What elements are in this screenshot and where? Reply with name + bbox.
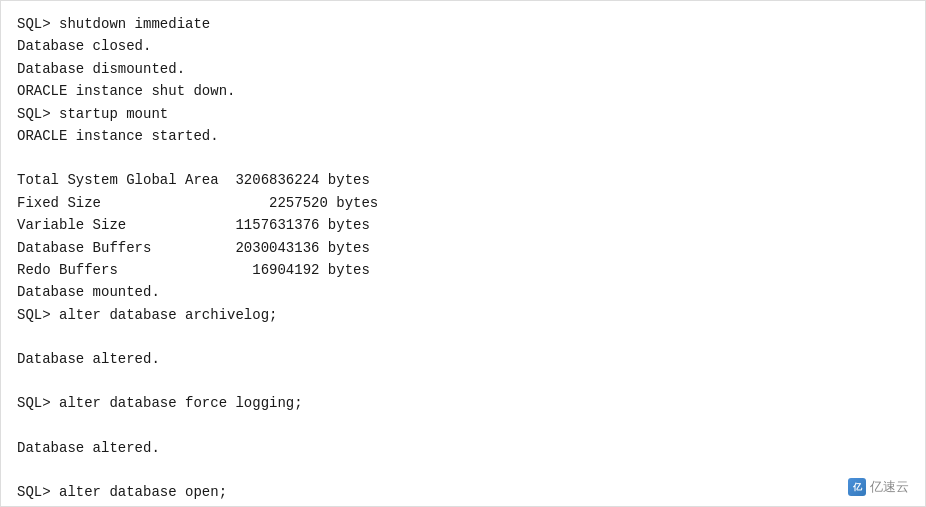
watermark: 亿 亿速云 <box>848 478 909 496</box>
terminal-line: SQL> startup mount <box>17 103 909 125</box>
terminal-line: SQL> alter database archivelog; <box>17 304 909 326</box>
terminal-line-empty <box>17 415 909 437</box>
terminal-container: SQL> shutdown immediate Database closed.… <box>0 0 926 507</box>
terminal-line-empty <box>17 370 909 392</box>
terminal-line-empty <box>17 504 909 506</box>
watermark-icon: 亿 <box>848 478 866 496</box>
terminal-line: Variable Size 1157631376 bytes <box>17 214 909 236</box>
terminal-line: Redo Buffers 16904192 bytes <box>17 259 909 281</box>
terminal-line: Database Buffers 2030043136 bytes <box>17 237 909 259</box>
terminal-line-empty <box>17 326 909 348</box>
terminal-line: ORACLE instance started. <box>17 125 909 147</box>
watermark-icon-text: 亿 <box>853 481 862 494</box>
terminal-line: SQL> alter database open; <box>17 481 909 503</box>
terminal-content: SQL> shutdown immediate Database closed.… <box>1 1 925 506</box>
terminal-line: Database altered. <box>17 348 909 370</box>
terminal-line-empty <box>17 147 909 169</box>
terminal-line: ORACLE instance shut down. <box>17 80 909 102</box>
terminal-line-empty <box>17 459 909 481</box>
terminal-line: Database closed. <box>17 35 909 57</box>
terminal-line: SQL> alter database force logging; <box>17 392 909 414</box>
terminal-line: Fixed Size 2257520 bytes <box>17 192 909 214</box>
terminal-line: Database dismounted. <box>17 58 909 80</box>
watermark-label: 亿速云 <box>870 478 909 496</box>
terminal-line: SQL> shutdown immediate <box>17 13 909 35</box>
terminal-line: Database mounted. <box>17 281 909 303</box>
terminal-line: Total System Global Area 3206836224 byte… <box>17 169 909 191</box>
terminal-line: Database altered. <box>17 437 909 459</box>
